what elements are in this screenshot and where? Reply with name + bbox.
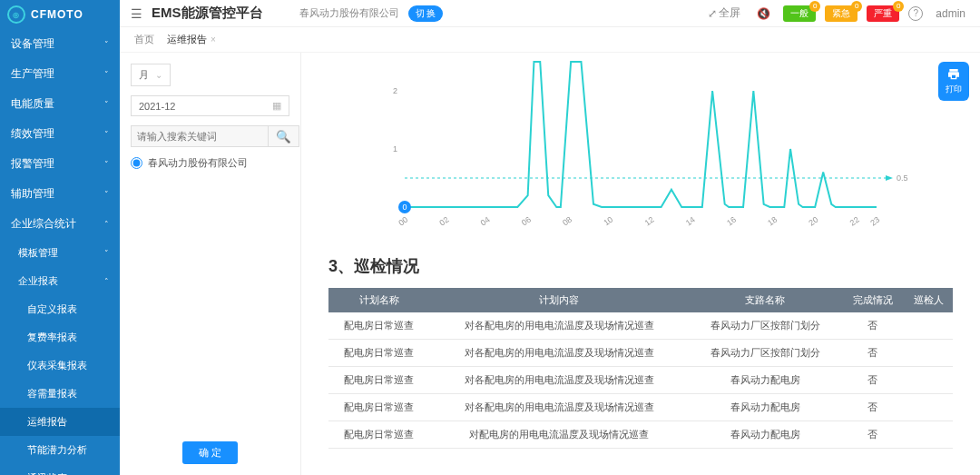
chart: 12000204060810121416182022230.50 [328, 53, 953, 237]
table-cell: 否 [842, 312, 904, 340]
tab-bar: 首页 运维报告 × [120, 27, 980, 53]
alarm-urgent-count: 0 [851, 1, 862, 12]
date-value: 2021-12 [139, 101, 175, 112]
date-picker[interactable]: 2021-12 ▦ [131, 95, 289, 116]
sidebar-item-label: 电能质量 [11, 96, 54, 112]
tab-report[interactable]: 运维报告 × [167, 33, 216, 46]
sidebar-item[interactable]: 辅助管理˅ [0, 179, 120, 209]
sidebar-item-label: 节能潜力分析 [27, 443, 87, 457]
sidebar-item[interactable]: 企业报表˄ [0, 267, 120, 295]
alarm-urgent-button[interactable]: 紧急0 [825, 5, 858, 22]
table-row: 配电房日常巡查对各配电房的用电电流温度及现场情况巡查春风动力厂区按部门划分否 [328, 312, 953, 340]
table-cell [904, 340, 953, 367]
sidebar-item[interactable]: 节能潜力分析 [0, 436, 120, 464]
print-label: 打印 [946, 84, 962, 95]
org-radio[interactable]: 春风动力股份有限公司 [131, 156, 289, 170]
chevron-icon: ˅ [104, 190, 109, 199]
chevron-icon: ˅ [104, 100, 109, 109]
sidebar-item[interactable]: 设备管理˅ [0, 29, 120, 59]
sidebar-item[interactable]: 企业综合统计˄ [0, 209, 120, 239]
sidebar-item-label: 辅助管理 [11, 186, 54, 202]
sidebar-item[interactable]: 模板管理˅ [0, 239, 120, 267]
alarm-general-button[interactable]: 一般0 [783, 5, 816, 22]
sidebar-item-label: 自定义报表 [27, 302, 77, 316]
svg-text:00: 00 [397, 215, 409, 228]
sidebar-item-label: 运维报告 [27, 415, 67, 429]
sidebar-item[interactable]: 容需量报表 [0, 380, 120, 408]
sidebar-item[interactable]: 通讯状态 [0, 464, 120, 475]
sidebar-menu: 设备管理˅生产管理˅电能质量˅绩效管理˅报警管理˅辅助管理˅企业综合统计˄模板管… [0, 29, 120, 475]
sidebar-item-label: 绩效管理 [11, 126, 54, 142]
sidebar-item[interactable]: 报警管理˅ [0, 149, 120, 179]
section-title: 3、巡检情况 [328, 255, 953, 277]
sidebar-item-label: 容需量报表 [27, 387, 77, 401]
period-select[interactable]: 月 ⌄ [131, 64, 171, 86]
print-button[interactable]: 打印 [938, 62, 969, 101]
alarm-general-count: 0 [809, 1, 820, 12]
sidebar-item-label: 生产管理 [11, 66, 54, 82]
table-row: 配电房日常巡查对各配电房的用电电流温度及现场情况巡查春风动力厂区按部门划分否 [328, 340, 953, 367]
table-cell: 否 [842, 394, 904, 421]
collapse-icon[interactable]: ☰ [131, 6, 142, 21]
mute-icon[interactable]: 🔇 [757, 7, 770, 20]
table-cell: 配电房日常巡查 [328, 421, 430, 449]
org-name: 春风动力股份有限公司 [299, 6, 399, 20]
app-title: EMS能源管控平台 [152, 5, 263, 22]
table-cell: 配电房日常巡查 [328, 367, 430, 394]
tab-home[interactable]: 首页 [134, 33, 154, 46]
svg-text:16: 16 [725, 215, 738, 228]
svg-text:04: 04 [479, 215, 492, 228]
chevron-icon: ˅ [104, 40, 109, 49]
table-header: 巡检人 [904, 288, 953, 312]
close-tab-icon[interactable]: × [211, 35, 216, 45]
svg-text:1: 1 [393, 144, 397, 153]
svg-text:06: 06 [520, 215, 533, 228]
logo-text: CFMOTO [31, 8, 83, 21]
sidebar-item[interactable]: 绩效管理˅ [0, 119, 120, 149]
tab-report-label: 运维报告 [167, 33, 207, 46]
search-icon: 🔍 [276, 130, 291, 143]
org-radio-label: 春风动力股份有限公司 [148, 156, 248, 170]
table-header: 支路名称 [689, 288, 842, 312]
table-header: 计划名称 [328, 288, 430, 312]
svg-text:23: 23 [868, 215, 881, 228]
table-cell: 春风动力配电房 [689, 421, 842, 449]
sidebar-item-label: 复费率报表 [27, 331, 77, 344]
alarm-severe-count: 0 [893, 1, 904, 12]
sidebar-item[interactable]: 电能质量˅ [0, 89, 120, 119]
chevron-icon: ˅ [104, 160, 109, 169]
svg-marker-16 [886, 175, 893, 181]
sidebar-item[interactable]: 复费率报表 [0, 323, 120, 351]
switch-org-button[interactable]: 切 换 [408, 5, 444, 22]
svg-text:10: 10 [602, 215, 614, 228]
svg-text:20: 20 [807, 215, 819, 228]
confirm-button[interactable]: 确 定 [182, 441, 238, 464]
search-input[interactable] [131, 125, 269, 147]
chevron-icon: ˅ [104, 70, 109, 79]
svg-text:14: 14 [684, 215, 697, 228]
sidebar-item-label: 企业报表 [18, 274, 58, 288]
table-row: 配电房日常巡查对各配电房的用电电流温度及现场情况巡查春风动力配电房否 [328, 367, 953, 394]
search-button[interactable]: 🔍 [269, 125, 299, 147]
inspection-table: 计划名称计划内容支路名称完成情况巡检人 配电房日常巡查对各配电房的用电电流温度及… [328, 288, 953, 449]
user-label[interactable]: admin [936, 7, 965, 20]
svg-text:18: 18 [766, 215, 779, 228]
report-area: 12000204060810121416182022230.50 3、巡检情况 … [301, 53, 980, 475]
sidebar-item[interactable]: 自定义报表 [0, 295, 120, 323]
svg-text:12: 12 [643, 215, 656, 228]
sidebar-item[interactable]: 运维报告 [0, 408, 120, 436]
svg-text:0: 0 [402, 203, 407, 212]
alarm-severe-button[interactable]: 严重0 [867, 5, 899, 22]
table-cell: 对配电房的用电电流温度及现场情况巡查 [430, 421, 689, 449]
table-header: 计划内容 [430, 288, 689, 312]
help-icon[interactable]: ? [908, 6, 923, 21]
logo-icon: ◎ [7, 5, 25, 24]
sidebar-item[interactable]: 生产管理˅ [0, 59, 120, 89]
fullscreen-button[interactable]: ⤢ 全屏 [708, 5, 740, 21]
sidebar-item[interactable]: 仪表采集报表 [0, 351, 120, 380]
svg-text:22: 22 [848, 215, 861, 228]
org-radio-input[interactable] [131, 157, 142, 169]
table-row: 配电房日常巡查对配电房的用电电流温度及现场情况巡查春风动力配电房否 [328, 421, 953, 449]
table-cell: 否 [842, 340, 904, 367]
logo: ◎ CFMOTO [0, 0, 120, 29]
